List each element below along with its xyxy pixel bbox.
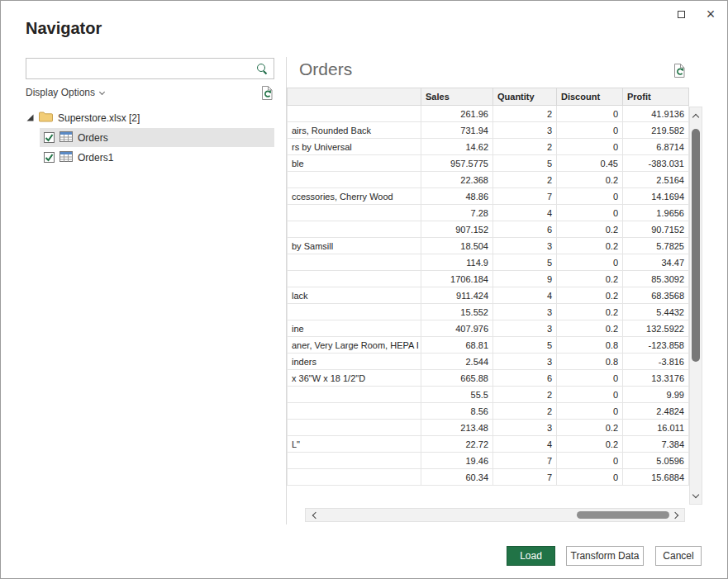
table-row: 1706.18490.285.3092	[288, 271, 689, 287]
table-cell: 957.5775	[421, 155, 493, 172]
table-cell: lack	[288, 287, 421, 304]
table-cell: 6	[493, 370, 557, 387]
table-cell: rs by Universal	[288, 139, 421, 155]
table-cell: 2	[493, 403, 557, 420]
table-row: aner, Very Large Room, HEPA I68.8150.8-1…	[288, 337, 689, 354]
scroll-left-button[interactable]	[307, 509, 321, 521]
table-cell: 4	[493, 205, 557, 221]
table-cell: 2.5164	[623, 172, 689, 188]
table-body: 261.962041.9136airs, Rounded Back731.943…	[288, 106, 689, 486]
tree-item-label: Orders	[78, 132, 108, 144]
table-cell: 0.2	[557, 172, 623, 188]
maximize-button[interactable]	[671, 5, 691, 23]
table-cell: 0.2	[557, 320, 623, 337]
folder-icon	[39, 112, 53, 125]
orders1-checkbox[interactable]	[44, 152, 55, 163]
table-row: lack911.42440.268.3568	[288, 287, 689, 304]
table-cell: 6	[493, 221, 557, 238]
search-icon	[256, 63, 268, 74]
vertical-scrollbar-thumb[interactable]	[692, 129, 700, 362]
table-row: airs, Rounded Back731.9430219.582	[288, 122, 689, 139]
table-row: 261.962041.9136	[288, 106, 689, 122]
table-row: 213.4830.216.011	[288, 420, 689, 436]
orders-checkbox[interactable]	[44, 132, 55, 143]
transform-data-button[interactable]: Transform Data	[566, 546, 644, 566]
table-cell: 0.2	[557, 436, 623, 453]
table-cell: 16.011	[623, 420, 689, 436]
table-cell	[288, 254, 421, 271]
display-options-label: Display Options	[26, 87, 95, 98]
tree-item-orders1[interactable]: Orders1	[40, 148, 274, 167]
table-cell: 3	[493, 122, 557, 139]
table-cell: 18.504	[421, 238, 493, 254]
table-icon	[59, 131, 73, 145]
display-options-dropdown[interactable]: Display Options	[26, 87, 104, 98]
table-cell: 2	[493, 387, 557, 403]
table-cell: 14.62	[421, 139, 493, 155]
table-cell	[288, 469, 421, 486]
table-cell: 0	[557, 139, 623, 155]
table-cell: 2	[493, 106, 557, 122]
tree-root-superstore[interactable]: Superstore.xlsx [2]	[1, 108, 286, 127]
table-cell: 261.96	[421, 106, 493, 122]
table-cell: 60.34	[421, 469, 493, 486]
table-row: rs by Universal14.62206.8714	[288, 139, 689, 155]
table-cell: by Samsill	[288, 238, 421, 254]
table-row: 7.28401.9656	[288, 205, 689, 221]
table-cell	[288, 304, 421, 320]
table-cell: 7	[493, 469, 557, 486]
table-cell: 3	[493, 238, 557, 254]
table-cell: 0.8	[557, 354, 623, 370]
search-button[interactable]	[250, 59, 274, 78]
table-cell: 2	[493, 172, 557, 188]
window-controls: ×	[671, 5, 721, 23]
refresh-button[interactable]	[259, 84, 275, 101]
table-cell: 0	[557, 403, 623, 420]
scroll-right-button[interactable]	[669, 509, 683, 521]
chevron-down-icon	[692, 491, 699, 497]
table-cell	[288, 106, 421, 122]
table-cell: 0	[557, 387, 623, 403]
table-cell: 0.8	[557, 337, 623, 354]
tree-item-orders[interactable]: Orders	[40, 128, 274, 147]
checkmark-icon	[45, 153, 54, 162]
table-cell: 219.582	[623, 122, 689, 139]
table-cell: 132.5922	[623, 320, 689, 337]
table-row: 8.56202.4824	[288, 403, 689, 420]
load-button[interactable]: Load	[507, 546, 555, 566]
table-row: ccessories, Cherry Wood48.867014.1694	[288, 188, 689, 205]
horizontal-scrollbar[interactable]	[305, 508, 685, 522]
scroll-up-button[interactable]	[690, 108, 702, 123]
table-cell: 213.48	[421, 420, 493, 436]
table-cell: 8.56	[421, 403, 493, 420]
table-cell: 7	[493, 188, 557, 205]
tree-root-label: Superstore.xlsx [2]	[58, 112, 140, 124]
horizontal-scrollbar-thumb[interactable]	[577, 511, 669, 519]
table-cell: 55.5	[421, 387, 493, 403]
table-cell: -383.031	[623, 155, 689, 172]
refresh-preview-button[interactable]	[671, 62, 688, 78]
table-cell: 0.2	[557, 304, 623, 320]
table-cell: 731.94	[421, 122, 493, 139]
search-input[interactable]	[26, 59, 250, 78]
table-cell: 19.46	[421, 453, 493, 469]
close-button[interactable]: ×	[701, 5, 721, 23]
table-cell: 665.88	[421, 370, 493, 387]
tree-item-label: Orders1	[78, 152, 113, 164]
table-cell: L"	[288, 436, 421, 453]
table-row: x 36"W x 18 1/2"D665.886013.3176	[288, 370, 689, 387]
table-cell: 34.47	[623, 254, 689, 271]
table-cell: 90.7152	[623, 221, 689, 238]
page-title: Navigator	[26, 19, 102, 38]
table-cell: 4	[493, 436, 557, 453]
scroll-down-button[interactable]	[690, 488, 702, 503]
table-cell: 5.4432	[623, 304, 689, 320]
table-cell: 0	[557, 370, 623, 387]
table-cell: ccessories, Cherry Wood	[288, 188, 421, 205]
expander-icon[interactable]	[26, 114, 34, 121]
cancel-button[interactable]: Cancel	[655, 546, 702, 566]
table-icon	[59, 151, 73, 164]
vertical-scrollbar[interactable]	[689, 107, 702, 505]
table-cell: 407.976	[421, 320, 493, 337]
maximize-icon	[678, 11, 685, 18]
